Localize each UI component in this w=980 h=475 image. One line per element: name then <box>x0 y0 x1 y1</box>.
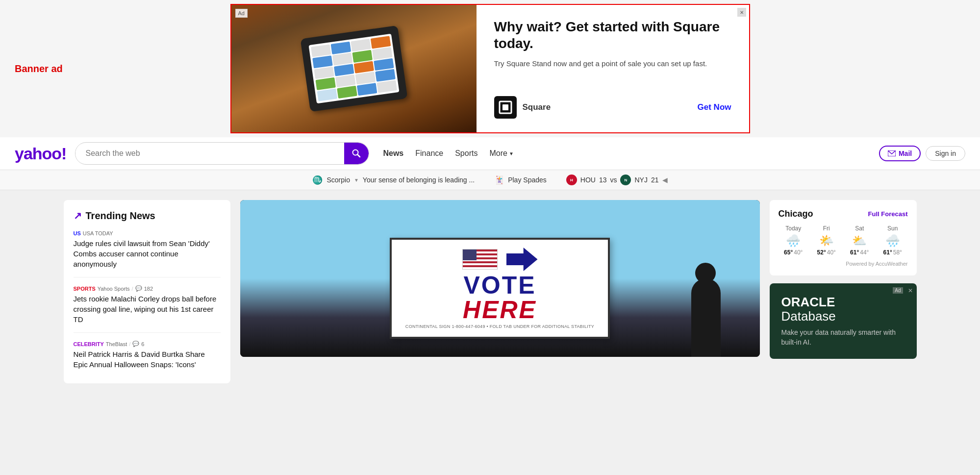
banner-ad-container: Ad <box>230 4 750 133</box>
news-title-0[interactable]: Judge rules civil lawsuit from Sean 'Did… <box>74 238 221 269</box>
banner-ad-title: Why wait? Get started with Square today. <box>494 19 731 51</box>
get-now-button[interactable]: Get Now <box>698 102 731 112</box>
day-temps-today: 65°40° <box>779 249 809 256</box>
main-image-card[interactable]: VOTE HERE CONTINENTAL SIGN 1-800-447-604… <box>240 200 760 357</box>
nav-link-news[interactable]: News <box>383 149 403 158</box>
navbar: yahoo! News Finance Sports More ▼ Mail S… <box>0 137 980 170</box>
day-label-today: Today <box>779 225 809 232</box>
day-label-fri: Fri <box>811 225 842 232</box>
comment-count-2: 6 <box>141 341 144 347</box>
day-label-sun: Sun <box>878 225 908 232</box>
search-input[interactable] <box>75 144 344 163</box>
trending-arrow-icon: ↗ <box>74 210 82 222</box>
ad-close-button[interactable]: ✕ <box>737 8 746 17</box>
day-icon-sat: ⛅ <box>845 234 875 248</box>
news-title-1[interactable]: Jets rookie Malachi Corley drops ball be… <box>74 294 221 325</box>
nav-link-finance[interactable]: Finance <box>415 149 443 158</box>
news-title-2[interactable]: Neil Patrick Harris & David Burtka Share… <box>74 349 221 370</box>
news-category-sports: SPORTS <box>74 286 96 292</box>
square-logo-icon <box>494 96 517 119</box>
weather-day-today: Today 🌧️ 65°40° <box>779 225 809 256</box>
square-logo: Square <box>494 96 551 119</box>
spades-icon: 🃏 <box>494 175 504 185</box>
signin-button[interactable]: Sign in <box>926 146 965 161</box>
comment-count-1: 182 <box>144 286 153 292</box>
hou-score: 13 <box>599 176 607 184</box>
chevron-down-icon: ▼ <box>354 177 359 183</box>
nav-link-sports[interactable]: Sports <box>455 149 477 158</box>
source-sep-2: / <box>129 341 130 347</box>
day-temps-fri: 52°40° <box>811 249 842 256</box>
ticker-bar: ♏ Scorpio ▼ Your sense of belonging is l… <box>0 170 980 190</box>
weather-day-fri: Fri 🌤️ 52°40° <box>811 225 842 256</box>
square-brand-name: Square <box>523 102 551 112</box>
news-category-celebrity: CELEBRITY <box>74 341 104 347</box>
center-content: VOTE HERE CONTINENTAL SIGN 1-800-447-604… <box>240 200 760 383</box>
weather-card: Chicago Full Forecast Today 🌧️ 65°40° Fr… <box>770 200 917 275</box>
main-image: VOTE HERE CONTINENTAL SIGN 1-800-447-604… <box>240 200 760 357</box>
day-label-sat: Sat <box>845 225 875 232</box>
oracle-ad-badge: Ad <box>893 287 903 294</box>
weather-powered-by: Powered by AccuWeather <box>779 261 908 267</box>
oracle-ad-card[interactable]: Ad ✕ ORACLE Database Make your data natu… <box>770 283 917 359</box>
day-icon-sun: 🌧️ <box>878 234 908 248</box>
right-sidebar: Chicago Full Forecast Today 🌧️ 65°40° Fr… <box>770 200 917 383</box>
oracle-subtitle: Make your data naturally smarter with bu… <box>781 328 905 347</box>
mail-button[interactable]: Mail <box>879 146 921 161</box>
hou-team-logo: H <box>566 175 577 185</box>
svg-rect-1 <box>503 104 508 110</box>
banner-ad-subtitle: Try Square Stand now and get a point of … <box>494 58 731 70</box>
banner-ad-content: Why wait? Get started with Square today.… <box>477 5 749 132</box>
comment-icon-1: 💬 <box>135 285 142 292</box>
nyj-label: NYJ <box>634 176 647 184</box>
scorpio-text: Your sense of belonging is leading ... <box>363 176 475 184</box>
search-bar <box>75 142 369 165</box>
trending-title: Trending News <box>86 210 155 222</box>
chevron-down-icon: ▼ <box>509 151 514 156</box>
yahoo-logo[interactable]: yahoo! <box>15 144 66 163</box>
weather-day-sun: Sun 🌧️ 61°58° <box>878 225 908 256</box>
trending-header: ↗ Trending News <box>74 210 221 222</box>
news-source-1: Yahoo Sports <box>98 286 130 292</box>
banner-ad-label: Banner ad <box>15 63 63 75</box>
comment-icon-2: 💬 <box>132 341 139 347</box>
score-arrow-icon: ◀ <box>662 176 668 184</box>
hou-label: HOU <box>580 176 596 184</box>
news-item: SPORTS Yahoo Sports / 💬 182 Jets rookie … <box>74 285 221 333</box>
play-spades-ticker[interactable]: 🃏 Play Spades <box>494 175 547 185</box>
news-category-us: US <box>74 230 81 236</box>
main-content: ↗ Trending News US USA TODAY Judge rules… <box>49 190 931 393</box>
banner-ad-image: Ad <box>231 5 477 132</box>
scorpio-ticker[interactable]: ♏ Scorpio ▼ Your sense of belonging is l… <box>312 175 475 185</box>
weather-day-sat: Sat ⛅ 61°44° <box>845 225 875 256</box>
oracle-ad-close-icon[interactable]: ✕ <box>908 287 913 294</box>
day-icon-fri: 🌤️ <box>811 234 842 248</box>
search-button[interactable] <box>344 143 369 164</box>
source-sep-1: / <box>132 286 133 292</box>
svg-line-3 <box>357 154 360 157</box>
scorpio-zodiac-icon: ♏ <box>312 175 323 185</box>
news-item: US USA TODAY Judge rules civil lawsuit f… <box>74 230 221 277</box>
weather-city: Chicago <box>779 209 813 219</box>
news-source-2: TheBlast <box>106 341 127 347</box>
search-icon <box>352 149 361 158</box>
day-temps-sun: 61°58° <box>878 249 908 256</box>
ad-badge: Ad <box>235 9 248 18</box>
nav-links: News Finance Sports More ▼ <box>383 149 513 158</box>
vs-label: vs <box>610 176 617 184</box>
nav-link-more[interactable]: More ▼ <box>489 149 513 158</box>
full-forecast-link[interactable]: Full Forecast <box>868 210 908 218</box>
day-icon-today: 🌧️ <box>779 234 809 248</box>
weather-days-grid: Today 🌧️ 65°40° Fri 🌤️ 52°40° Sat <box>779 225 908 256</box>
nyj-team-logo: N <box>620 175 631 185</box>
news-item: CELEBRITY TheBlast / 💬 6 Neil Patrick Ha… <box>74 341 221 374</box>
oracle-title: ORACLE Database <box>781 295 905 323</box>
play-spades-label: Play Spades <box>508 176 547 184</box>
day-temps-sat: 61°44° <box>845 249 875 256</box>
trending-sidebar: ↗ Trending News US USA TODAY Judge rules… <box>64 200 230 383</box>
news-source-0: USA TODAY <box>83 230 113 236</box>
score-ticker[interactable]: H HOU 13 vs N NYJ 21 ◀ <box>566 175 668 185</box>
scorpio-label: Scorpio <box>327 176 350 184</box>
nyj-score: 21 <box>651 176 659 184</box>
mail-icon <box>888 150 896 156</box>
